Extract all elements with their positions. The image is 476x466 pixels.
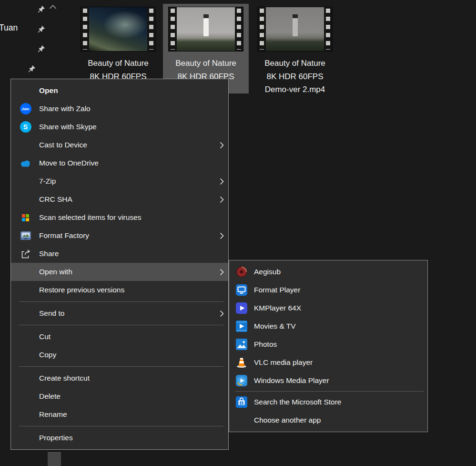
video-filmstrip-icon [81,7,156,52]
aegisub-icon [235,266,248,278]
sidebar-item-tuan[interactable]: Tuan [0,23,18,33]
microsoft-store-icon [235,396,248,408]
submenu-arrow-icon [217,269,224,276]
file-name-line: Beauty of Nature [74,57,162,70]
file-name-line: Beauty of Nature [163,57,249,70]
submenu-arrow-icon [217,310,224,317]
video-filmstrip-icon [257,7,333,52]
pin-icon [36,44,46,53]
submenu-arrow-icon [217,142,224,149]
open-with-submenu: Aegisub Format Player KMPlayer 64X Movie… [229,260,428,432]
format-factory-icon [19,229,32,242]
share-icon [19,248,32,260]
menu-item-restore-previous-versions[interactable]: Restore previous versions [11,281,228,299]
pin-icon [36,4,46,14]
submenu-item-vlc[interactable]: VLC media player [229,353,427,372]
pin-icon [27,64,36,73]
menu-item-properties[interactable]: Properties [11,429,228,447]
onedrive-icon [19,157,32,169]
submenu-item-aegisub[interactable]: Aegisub [229,263,427,281]
context-menu: Open Zalo Share with Zalo S Share with S… [10,79,229,450]
format-player-icon [235,284,248,296]
menu-separator [19,366,223,367]
submenu-arrow-icon [217,196,224,203]
antivirus-icon [19,211,32,224]
menu-item-format-factory[interactable]: Format Factory [11,227,228,245]
file-name-line: Demo-ver 2.mp4 [251,83,339,96]
file-name-line: Beauty of Nature [251,57,339,70]
vlc-icon [235,356,248,369]
menu-item-move-to-onedrive[interactable]: Move to OneDrive [11,154,228,172]
menu-item-delete[interactable]: Delete [11,387,228,405]
chevron-up-icon[interactable] [49,3,57,11]
menu-item-open-with[interactable]: Open with [11,263,228,281]
menu-item-create-shortcut[interactable]: Create shortcut [11,369,228,387]
menu-item-share-with-zalo[interactable]: Zalo Share with Zalo [11,100,228,118]
menu-separator [235,391,424,392]
lighthouse-video-thumbnail [177,7,235,51]
submenu-arrow-icon [217,178,224,185]
submenu-item-format-player[interactable]: Format Player [229,281,427,299]
menu-item-cast-to-device[interactable]: Cast to Device [11,136,228,154]
pin-icon [36,24,46,34]
file-tile-video-3[interactable]: Beauty of Nature 8K HDR 60FPS Demo-ver 2… [251,4,339,96]
menu-item-cut[interactable]: Cut [11,328,228,346]
submenu-item-wmp[interactable]: Windows Media Player [229,372,427,390]
kmplayer-icon [235,302,248,314]
menu-item-rename[interactable]: Rename [11,405,228,424]
lighthouse-video-thumbnail [266,7,324,51]
menu-item-send-to[interactable]: Send to [11,304,228,322]
milky-way-video-thumbnail [89,7,147,51]
skype-icon: S [20,121,31,133]
menu-separator [19,426,223,426]
menu-separator [19,301,223,302]
movies-tv-icon [235,320,248,332]
photos-icon [235,338,248,351]
menu-item-scan-for-viruses[interactable]: Scan selected items for viruses [11,208,228,227]
menu-item-share[interactable]: Share [11,245,228,263]
wmp-icon [235,374,248,387]
submenu-item-movies-tv[interactable]: Movies & TV [229,317,427,335]
menu-item-share-with-skype[interactable]: S Share with Skype [11,118,228,136]
menu-item-open[interactable]: Open [11,82,228,100]
menu-item-copy[interactable]: Copy [11,346,228,364]
submenu-item-kmplayer[interactable]: KMPlayer 64X [229,299,427,317]
scrollbar-thumb[interactable] [48,452,61,466]
file-tile-video-1[interactable]: Beauty of Nature 8K HDR 60FPS [74,4,162,83]
submenu-item-photos[interactable]: Photos [229,335,427,353]
file-name-line: 8K HDR 60FPS [251,70,339,83]
video-filmstrip-icon [168,7,243,52]
submenu-arrow-icon [217,232,224,239]
submenu-item-choose-another-app[interactable]: Choose another app [229,411,427,429]
menu-item-crc-sha[interactable]: CRC SHA [11,190,228,208]
zalo-icon: Zalo [20,103,31,114]
submenu-item-search-microsoft-store[interactable]: Search the Microsoft Store [229,393,427,411]
menu-separator [19,325,223,325]
menu-item-7zip[interactable]: 7-Zip [11,172,228,190]
